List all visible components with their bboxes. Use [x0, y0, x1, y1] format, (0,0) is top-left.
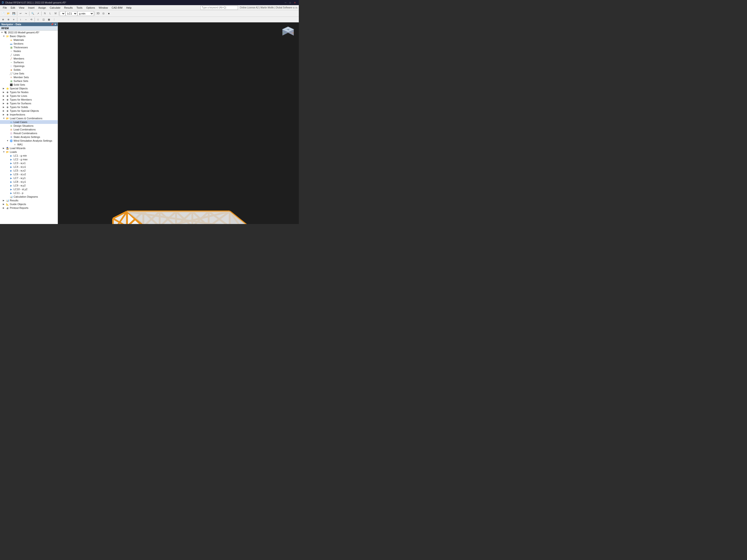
menu-cad-bim[interactable]: CAD-BIM [110, 6, 124, 9]
nav-lc5[interactable]: ▶ LC5 - w,x2 [0, 169, 58, 172]
nav-load-wizards[interactable]: ▶ 🧙 Load Wizards [0, 146, 58, 150]
nav-loads[interactable]: ▼ 📂 Loads [0, 150, 58, 154]
mode-combo[interactable]: G [60, 11, 66, 16]
nav-solid-sets[interactable]: ⬛ Solid Sets [0, 83, 58, 86]
nav-types-nodes[interactable]: ▶ ⊕ Types for Nodes [0, 90, 58, 94]
nav-static-analysis[interactable]: ⚙ Static Analysis Settings [0, 135, 58, 139]
navigator-tree[interactable]: ▼ 🏗 2022.03 Modell gesamt.rf5* ▼ 📁 Basic… [0, 31, 58, 224]
menu-results[interactable]: Results [62, 6, 75, 9]
nav-types-special[interactable]: ▶ ⊕ Types for Special Objects [0, 109, 58, 113]
nav-openings[interactable]: □ Openings [0, 64, 58, 68]
types-lines-label: Types for Lines [10, 95, 27, 97]
nav-results[interactable]: ▶ 📊 Results [0, 198, 58, 202]
tb2-btn10[interactable]: ⋮ [52, 17, 57, 22]
nav-wind-simulation[interactable]: ▼ 🌀 Wind Simulation Analysis Settings [0, 139, 58, 142]
nav-member-sets[interactable]: ≡ Member Sets [0, 75, 58, 79]
new-button[interactable]: 📄 [0, 11, 6, 16]
model-arrow[interactable]: ▼ [1, 31, 4, 34]
nav-lc4[interactable]: ▶ LC4 - st,x1 [0, 165, 58, 169]
nav-design-situations[interactable]: ⊞ Design Situations [0, 124, 58, 128]
minimize-button[interactable]: ─ [283, 0, 288, 5]
special-arrow[interactable]: ▶ [3, 87, 6, 89]
nav-guide-objects[interactable]: ▶ 📐 Guide Objects [0, 202, 58, 206]
maximize-button[interactable]: □ [288, 0, 292, 5]
nav-calc-diagrams[interactable]: 📊 Calculation Diagrams [0, 195, 58, 198]
lc-combo[interactable]: LC1 [66, 11, 77, 16]
menu-calculate[interactable]: Calculate [48, 6, 62, 9]
nav-lc1[interactable]: ▶ LC1 - g min [0, 154, 58, 158]
nav-imperfections[interactable]: ▶ ⊕ Imperfections [0, 113, 58, 116]
lc4-label: LC4 - st,x1 [14, 165, 26, 168]
nav-result-combinations[interactable]: ⊡ Result Combinations [0, 131, 58, 135]
solid-btn[interactable]: ■ [106, 11, 111, 16]
menu-tools[interactable]: Tools [75, 6, 84, 9]
node-btn[interactable]: N [42, 11, 47, 16]
tb2-btn8[interactable]: ◫ [41, 17, 46, 22]
tb2-btn3[interactable]: ≡ [11, 17, 16, 22]
undo-button[interactable]: ↩ [18, 11, 23, 16]
nav-types-solids[interactable]: ▶ ⊕ Types for Solids [0, 105, 58, 109]
tb2-btn5[interactable]: ↔ [23, 17, 28, 22]
tb2-btn6[interactable]: ⟲ [29, 17, 34, 22]
nav-nodes[interactable]: • Nodes [0, 49, 58, 53]
nav-lines[interactable]: ╱ Lines [0, 53, 58, 57]
tb2-btn7[interactable]: □ [35, 17, 41, 22]
menu-assign[interactable]: Assign [36, 6, 48, 9]
nav-lc8[interactable]: ▶ LC8 - st,y1 [0, 180, 58, 184]
nav-lc6[interactable]: ▶ LC6 - st,x2 [0, 172, 58, 176]
menu-file[interactable]: File [1, 6, 9, 9]
nav-close-button[interactable]: ✕ [54, 23, 56, 26]
save-button[interactable]: 💾 [11, 11, 16, 16]
nav-types-lines[interactable]: ▶ ⊕ Types for Lines [0, 94, 58, 98]
loadcase-name-combo[interactable]: g min [77, 11, 94, 16]
nav-pin-button[interactable]: 📌 [51, 23, 53, 26]
nav-thicknesses[interactable]: ▩ Thicknesses [0, 46, 58, 49]
keyword-search-input[interactable] [201, 6, 238, 10]
zoom-btn[interactable]: 🔍 [30, 11, 35, 16]
viewport-3d[interactable]: Z X Z +X Y [58, 22, 299, 224]
tb2-btn2[interactable]: ⊗ [6, 17, 11, 22]
close-button[interactable]: ✕ [293, 0, 297, 5]
nav-types-members[interactable]: ▶ ⊕ Types for Members [0, 98, 58, 102]
menu-window[interactable]: Window [97, 6, 110, 9]
nav-lc7[interactable]: ▶ LC7 - w,y1 [0, 176, 58, 180]
nav-materials[interactable]: ◈ Materials [0, 38, 58, 42]
wireframe-btn[interactable]: ⊡ [101, 11, 106, 16]
nav-lc11[interactable]: ▶ LC11 - p [0, 191, 58, 195]
menu-help[interactable]: Help [124, 6, 133, 9]
nav-sections[interactable]: ▬ Sections [0, 42, 58, 46]
menu-edit[interactable]: Edit [9, 6, 17, 9]
menu-options[interactable]: Options [84, 6, 97, 9]
tb2-btn9[interactable]: ▦ [46, 17, 51, 22]
nav-load-cases[interactable]: 🗂 Load Cases [0, 120, 58, 124]
tb2-btn1[interactable]: ⊕ [0, 17, 6, 22]
nav-lc2[interactable]: ▶ LC2 - g max [0, 158, 58, 161]
member-btn[interactable]: M [53, 11, 58, 16]
nav-types-surfaces[interactable]: ▶ ⊕ Types for Surfaces [0, 102, 58, 105]
menu-insert[interactable]: Insert [26, 6, 36, 9]
open-button[interactable]: 📂 [6, 11, 11, 16]
nav-printout-reports[interactable]: ▶ 🖨 Printout Reports [0, 206, 58, 210]
nav-line-sets[interactable]: ╱╱ Line Sets [0, 72, 58, 75]
nav-load-combinations[interactable]: ⊠ Load Combinations [0, 128, 58, 131]
nav-model-root[interactable]: ▼ 🏗 2022.03 Modell gesamt.rf5* [0, 31, 58, 34]
nav-members[interactable]: ╱ Members [0, 57, 58, 60]
nav-solids[interactable]: ■ Solids [0, 68, 58, 72]
nav-wa1[interactable]: ≡ WA1 [0, 142, 58, 146]
content-area: Navigator - Data 📌 ✕ RFEM ▼ 🏗 2022.03 Mo… [0, 22, 299, 224]
nav-load-cases-comb[interactable]: ▼ 📂 Load Cases & Combinations [0, 116, 58, 120]
basic-objects-arrow[interactable]: ▼ [3, 35, 6, 37]
nav-lc9[interactable]: ▶ LC9 - w,y2 [0, 184, 58, 187]
view3d-btn[interactable]: 3D [96, 11, 101, 16]
menu-view[interactable]: View [17, 6, 26, 9]
nav-surfaces[interactable]: ▪ Surfaces [0, 60, 58, 64]
tb2-btn4[interactable]: ↕ [18, 17, 23, 22]
nav-lc10[interactable]: ▶ LC10 - st,y2 [0, 187, 58, 191]
nav-lc3[interactable]: ▶ LC3 - w,x1 [0, 161, 58, 165]
nav-surface-sets[interactable]: ▦ Surface Sets [0, 79, 58, 83]
redo-button[interactable]: ↪ [23, 11, 28, 16]
select-btn[interactable]: ↗ [35, 11, 41, 16]
nav-basic-objects[interactable]: ▼ 📁 Basic Objects [0, 34, 58, 38]
nav-special-objects[interactable]: ▶ ⭐ Special Objects [0, 86, 58, 90]
line-btn[interactable]: L [48, 11, 53, 16]
